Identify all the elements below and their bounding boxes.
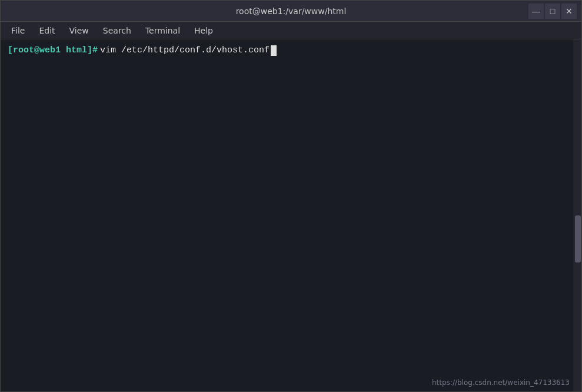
scrollbar[interactable] bbox=[573, 39, 581, 391]
menu-file[interactable]: File bbox=[5, 25, 31, 36]
terminal-command: vim /etc/httpd/conf.d/vhost.conf bbox=[100, 44, 270, 58]
menu-view[interactable]: View bbox=[64, 25, 95, 36]
window-title: root@web1:/var/www/html bbox=[236, 6, 347, 16]
terminal-body[interactable]: [root@web1 html]# vim /etc/httpd/conf.d/… bbox=[1, 39, 581, 391]
menu-search[interactable]: Search bbox=[97, 25, 137, 36]
terminal-window: root@web1:/var/www/html — □ ✕ File Edit … bbox=[0, 0, 582, 392]
terminal-cursor bbox=[271, 45, 277, 56]
terminal-prompt: [root@web1 html]# bbox=[8, 44, 98, 58]
scrollbar-thumb[interactable] bbox=[575, 215, 581, 263]
menu-terminal[interactable]: Terminal bbox=[139, 25, 186, 36]
minimize-button[interactable]: — bbox=[528, 4, 544, 19]
status-bar-url: https://blog.csdn.net/weixin_47133613 bbox=[432, 378, 570, 387]
menu-bar: File Edit View Search Terminal Help bbox=[1, 22, 581, 39]
window-controls: — □ ✕ bbox=[528, 4, 577, 19]
menu-help[interactable]: Help bbox=[188, 25, 219, 36]
menu-edit[interactable]: Edit bbox=[33, 25, 61, 36]
title-bar: root@web1:/var/www/html — □ ✕ bbox=[1, 1, 581, 22]
maximize-button[interactable]: □ bbox=[545, 4, 560, 19]
close-button[interactable]: ✕ bbox=[561, 4, 577, 19]
terminal-line: [root@web1 html]# vim /etc/httpd/conf.d/… bbox=[8, 44, 574, 58]
